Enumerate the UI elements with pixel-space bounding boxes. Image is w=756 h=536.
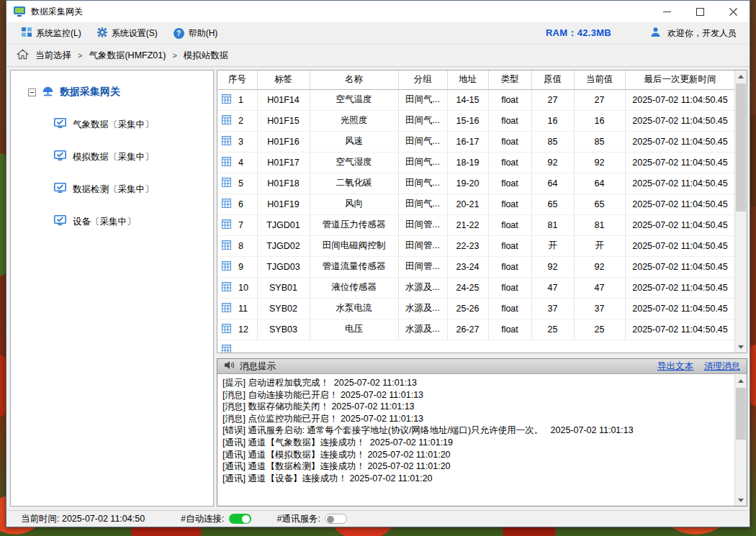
table-row[interactable]: 9 TJGD03 管道流量传感器 田间管... 23-24 float 92 9… bbox=[217, 256, 735, 277]
col-header-current[interactable]: 当前值 bbox=[574, 71, 625, 89]
grid-row-icon bbox=[222, 282, 231, 294]
monitor-check-icon bbox=[54, 150, 66, 164]
app-icon bbox=[13, 6, 26, 17]
message-line: [错误] 通讯服务启动: 通常每个套接字地址(协议/网络地址/端口)只允许使用一… bbox=[222, 424, 734, 437]
clear-messages-link[interactable]: 清理消息 bbox=[704, 360, 740, 373]
monitor-check-icon bbox=[54, 215, 66, 229]
col-header-index[interactable]: 序号 bbox=[217, 71, 257, 89]
tree-item[interactable]: 气象数据〔采集中〕 bbox=[11, 118, 213, 132]
cell-current-value: 37 bbox=[574, 298, 625, 319]
table-row[interactable]: 10 SYB01 液位传感器 水源及... 24-25 float 47 47 … bbox=[217, 277, 735, 298]
tree-item[interactable]: 数据检测〔采集中〕 bbox=[11, 183, 213, 196]
table-row[interactable]: 4 H01F17 空气湿度 田间气... 18-19 float 92 92 2… bbox=[217, 152, 735, 173]
monitor-check-icon bbox=[54, 183, 66, 196]
breadcrumb-channel[interactable]: 气象数据(HMFZ01) bbox=[89, 50, 166, 62]
toggle-knob bbox=[242, 515, 250, 523]
cell-current-value: 65 bbox=[574, 194, 625, 214]
cell-name: 管道压力传感器 bbox=[310, 214, 398, 235]
tree-item[interactable]: 模拟数据〔采集中〕 bbox=[11, 150, 213, 164]
tree-root-label: 数据采集网关 bbox=[60, 86, 120, 99]
cell-current-value: 85 bbox=[574, 131, 625, 152]
close-button[interactable] bbox=[716, 1, 750, 22]
table-row[interactable]: 8 TJGD02 田间电磁阀控制 田间管... 22-23 float 开 开 … bbox=[217, 235, 735, 256]
col-header-tag[interactable]: 标签 bbox=[257, 71, 310, 89]
cell-address: 16-17 bbox=[447, 131, 488, 152]
minimize-button[interactable] bbox=[650, 1, 683, 22]
message-log: [提示] 启动进程加载完成！ 2025-07-02 11:01:13 [消息] … bbox=[217, 375, 734, 506]
table-row[interactable]: 1 H01F14 空气温度 田间气... 14-15 float 27 27 2… bbox=[217, 89, 735, 110]
table-row[interactable]: 11 SYB02 水泵电流 水源及... 25-26 float 37 37 2… bbox=[217, 298, 735, 319]
cell-address: 19-20 bbox=[447, 173, 488, 194]
export-text-link[interactable]: 导出文本 bbox=[657, 360, 693, 373]
cell-tag: TJGD01 bbox=[257, 214, 310, 235]
table-row[interactable]: 7 TJGD01 管道压力传感器 田间管... 21-22 float 81 8… bbox=[217, 214, 735, 235]
cell-address: 23-24 bbox=[447, 256, 488, 277]
grid-row-icon bbox=[222, 178, 231, 189]
col-header-address[interactable]: 地址 bbox=[447, 71, 488, 89]
cell-tag: H01F16 bbox=[257, 131, 310, 152]
col-header-original[interactable]: 原值 bbox=[531, 71, 574, 89]
col-header-name[interactable]: 名称 bbox=[310, 71, 398, 89]
cell-original-value: 开 bbox=[531, 235, 574, 256]
menu-help[interactable]: ? 帮助(H) bbox=[166, 22, 226, 44]
scroll-down-arrow[interactable] bbox=[735, 494, 747, 506]
grid-row-icon bbox=[222, 219, 231, 231]
cell-updated-time: 2025-07-02 11:04:50.45 bbox=[625, 235, 735, 256]
cell-type: float bbox=[488, 89, 531, 110]
home-icon[interactable] bbox=[17, 49, 29, 62]
cell-current-value: 64 bbox=[574, 173, 625, 194]
menu-item-label: 帮助(H) bbox=[189, 27, 218, 40]
auto-connect-toggle[interactable] bbox=[229, 514, 251, 524]
table-row[interactable]: 6 H01F19 风向 田间气... 20-21 float 65 65 202… bbox=[217, 194, 735, 214]
ram-indicator: RAM：42.3MB bbox=[546, 27, 611, 40]
breadcrumb-page[interactable]: 模拟站数据 bbox=[184, 50, 229, 62]
cell-current-value: 开 bbox=[574, 235, 625, 256]
grid-row-icon bbox=[222, 303, 231, 314]
scroll-up-arrow[interactable] bbox=[735, 375, 747, 386]
cell-name: 风向 bbox=[310, 194, 398, 214]
cell-current-value: 27 bbox=[574, 89, 625, 110]
welcome-text: 欢迎你，开发人员 bbox=[667, 27, 737, 40]
breadcrumb-current-label: 当前选择 bbox=[35, 50, 71, 62]
collapse-icon[interactable] bbox=[28, 88, 36, 96]
cell-original-value: 81 bbox=[531, 214, 574, 235]
table-row[interactable]: 2 H01F15 光照度 田间气... 15-16 float 16 16 20… bbox=[217, 110, 735, 131]
breadcrumb-separator: > bbox=[172, 51, 176, 60]
cell-type: float bbox=[488, 152, 531, 173]
tree-items: 气象数据〔采集中〕 模拟数据〔采集中〕 数据检测〔采集中〕 bbox=[11, 118, 213, 229]
grid-row-icon bbox=[222, 199, 231, 210]
cell-current-value: 92 bbox=[574, 256, 625, 277]
monitor-check-icon bbox=[54, 118, 66, 132]
table-row[interactable]: 12 SYB03 电压 水源及... 26-27 float 25 25 202… bbox=[217, 319, 735, 340]
grid-row-icon bbox=[222, 240, 231, 252]
col-header-updated[interactable]: 最后一次更新时间 bbox=[625, 71, 735, 89]
cell-index: 9 bbox=[238, 262, 243, 272]
cell-current-value: 47 bbox=[574, 277, 625, 298]
message-line: [消息] 自动连接功能已开启！ 2025-07-02 11:01:13 bbox=[222, 389, 734, 401]
comm-service-toggle[interactable] bbox=[325, 514, 347, 524]
menu-system-settings[interactable]: 系统设置(S) bbox=[89, 22, 166, 44]
cell-address: 25-26 bbox=[447, 298, 488, 319]
table-row[interactable]: 3 H01F16 风速 田间气... 16-17 float 85 85 202… bbox=[217, 131, 735, 152]
menu-bar: 系统监控(L) 系统设置(S) ? 帮助(H) RAM：42.3MB 欢迎你，开… bbox=[6, 22, 750, 45]
table-row[interactable]: 5 H01F18 二氧化碳 田间气... 19-20 float 64 64 2… bbox=[217, 173, 735, 194]
cell-tag: H01F17 bbox=[257, 152, 310, 173]
cell-original-value: 65 bbox=[531, 194, 574, 214]
cell-updated-time: 2025-07-02 11:04:50.45 bbox=[625, 319, 735, 340]
scroll-down-arrow[interactable] bbox=[735, 341, 747, 353]
cell-index: 2 bbox=[238, 116, 243, 126]
table-scrollbar-thumb[interactable] bbox=[736, 83, 746, 212]
message-scrollbar-thumb[interactable] bbox=[736, 388, 746, 440]
menu-system-monitor[interactable]: 系统监控(L) bbox=[14, 22, 89, 44]
maximize-button[interactable] bbox=[683, 1, 716, 22]
cell-tag: TJGD03 bbox=[257, 256, 310, 277]
message-line: [通讯] 通道【模拟数据】连接成功！ 2025-07-02 11:01:20 bbox=[222, 449, 734, 461]
tree-item-label: 气象数据〔采集中〕 bbox=[73, 119, 154, 131]
tree-item[interactable]: 设备〔采集中〕 bbox=[11, 215, 213, 229]
scroll-up-arrow[interactable] bbox=[735, 71, 747, 82]
cell-name: 田间电磁阀控制 bbox=[310, 235, 398, 256]
col-header-group[interactable]: 分组 bbox=[398, 71, 447, 89]
cell-address: 15-16 bbox=[447, 110, 488, 131]
col-header-type[interactable]: 类型 bbox=[488, 71, 531, 89]
tree-root-gateway[interactable]: 数据采集网关 bbox=[11, 85, 213, 99]
